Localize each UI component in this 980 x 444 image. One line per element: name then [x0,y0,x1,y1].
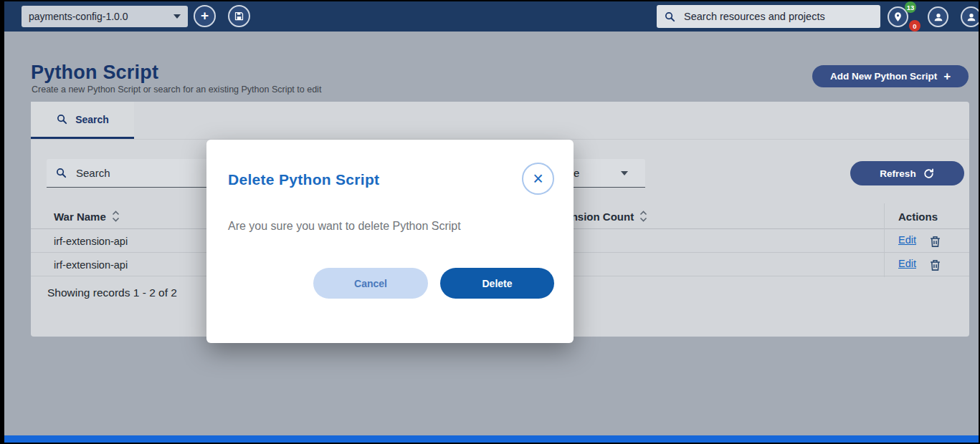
person-icon [966,11,977,23]
delete-button[interactable]: Delete [440,268,554,299]
refresh-button[interactable]: Refresh [850,161,964,185]
profile-button[interactable] [961,6,980,27]
save-icon [234,11,244,21]
war-name-cell: irf-extension-api [54,229,128,253]
notification-badge-green: 13 [905,1,916,13]
project-version-value: payments-config-1.0.0 [29,11,173,22]
global-search-input[interactable] [682,10,873,23]
page-title: Python Script [31,62,158,84]
search-icon [56,113,68,125]
tab-search[interactable]: Search [31,102,134,139]
delete-python-script-modal: Delete Python Script × Are you sure you … [206,140,574,343]
column-header-war-name[interactable]: War Name [54,203,120,229]
refresh-icon [923,168,935,180]
column-header-actions: Actions [898,203,938,229]
person-icon [933,11,944,23]
edit-link[interactable]: Edit [898,234,916,246]
location-pin-icon [893,11,903,22]
filter-dropdown-value: e [574,167,579,179]
add-button[interactable]: + [194,5,216,27]
war-name-header-label: War Name [54,211,106,223]
plus-icon: + [943,70,951,82]
add-new-python-script-button[interactable]: Add New Python Script + [812,65,969,87]
add-new-python-script-label: Add New Python Script [830,71,937,82]
tab-search-label: Search [75,114,109,125]
refresh-button-label: Refresh [880,168,915,179]
actions-header-label: Actions [898,211,938,223]
top-navigation-bar: payments-config-1.0.0 + [4,1,979,32]
chevron-down-icon [621,171,628,175]
records-summary: Showing records 1 - 2 of 2 [47,286,177,299]
close-button[interactable]: × [522,163,554,195]
global-search[interactable] [657,5,880,28]
search-icon [55,167,67,179]
search-icon [664,11,676,23]
bottom-accent-bar [4,435,979,443]
account-button[interactable] [928,6,948,27]
app-window: payments-config-1.0.0 + [0,0,980,444]
delete-trash-icon[interactable] [928,257,944,273]
cancel-button[interactable]: Cancel [313,268,428,299]
save-button[interactable] [228,5,250,27]
page-subtitle: Create a new Python Script or search for… [32,85,321,95]
modal-message: Are you sure you want to delete Python S… [228,220,461,233]
chevron-down-icon [173,14,181,19]
war-name-cell: irf-extension-api [54,253,128,276]
project-version-dropdown[interactable]: payments-config-1.0.0 [22,6,188,27]
sort-icon[interactable] [112,211,120,222]
sort-icon[interactable] [639,211,647,222]
notification-badge-red: 0 [909,20,920,32]
delete-trash-icon[interactable] [928,233,944,249]
modal-title: Delete Python Script [228,171,379,188]
plus-icon: + [201,9,209,22]
close-icon: × [533,170,543,188]
edit-link[interactable]: Edit [898,258,916,269]
